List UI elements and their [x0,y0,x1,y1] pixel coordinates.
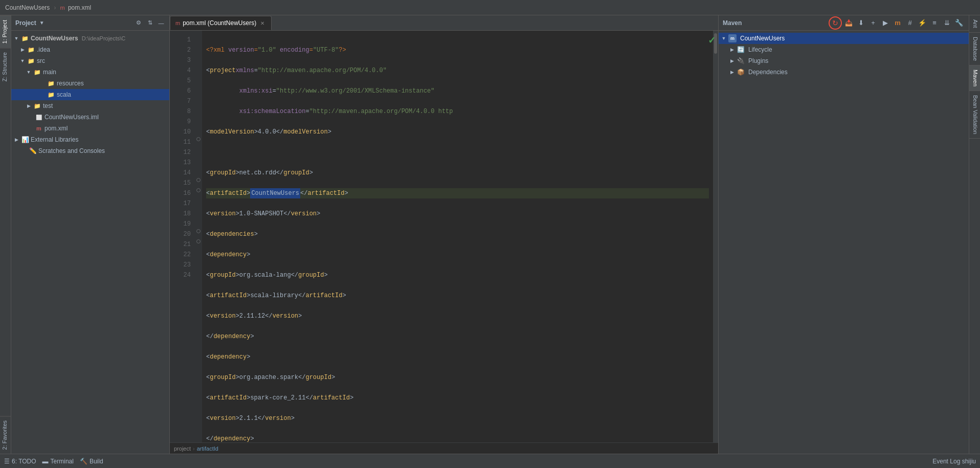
sidebar-item-database[interactable]: Database [969,33,980,65]
todo-icon: ☰ [4,458,10,465]
maven-run-btn[interactable]: ▶ [880,17,891,29]
fold-marker-15[interactable] [196,178,201,182]
build-label: Build [90,458,103,465]
project-panel-settings-btn[interactable]: ⚙ [135,19,143,27]
tree-item-idea[interactable]: 📁 .idea [11,44,169,55]
tree-label-ext-libs: External Libraries [31,136,78,143]
maven-lightning-btn[interactable]: ⚡ [917,17,928,29]
maven-arrow-lifecycle [729,47,735,53]
tree-label-test: test [43,102,53,109]
maven-header: Maven ↻ 📥 ⬇ + ▶ m # ⚡ ≡ ⇊ 🔧 [719,15,969,31]
tree-item-pom[interactable]: m pom.xml [11,123,169,134]
folder-icon-idea: 📁 [27,46,35,54]
maven-toolbar: ↻ 📥 ⬇ + ▶ m # ⚡ ≡ ⇊ 🔧 [829,16,965,30]
maven-project-icon: m [728,34,737,42]
maven-settings-btn[interactable]: 🔧 [953,17,965,29]
code-editor[interactable]: <?xml version="1.0" encoding="UTF-8"?> <… [202,31,713,442]
title-bar: CountNewUsers › m pom.xml [0,0,980,15]
code-line-3: xmlns:xsi="http://www.w3.org/2001/XMLSch… [206,86,709,96]
maven-refresh-btn[interactable]: ↻ [829,16,842,30]
project-panel-layout-btn[interactable]: ⇅ [146,19,154,27]
sidebar-item-maven[interactable]: Maven [969,65,980,91]
status-right: Event Log shijiu [932,458,976,465]
tree-item-iml[interactable]: ⬜ CountNewUsers.iml [11,112,169,123]
tree-label-root-path: D:\ideaProjects\C [82,35,126,41]
tree-label-src: src [37,57,45,64]
editor-content: 1 2 3 4 5 6 7 8 9 10 11 12 13 14 15 16 1… [170,31,718,442]
breadcrumb-sep-1: › [193,445,195,452]
maven-arrow-deps [729,69,735,75]
tree-item-test[interactable]: 📁 test [11,100,169,112]
tree-item-resources[interactable]: 📁 resources [11,78,169,89]
maven-item-lifecycle[interactable]: 🔄 Lifecycle [719,44,969,55]
tree-label-scala: scala [57,91,71,98]
build-icon: 🔨 [80,458,87,465]
maven-item-root[interactable]: m CountNewUsers [719,33,969,44]
code-line-5: <modelVersion>4.0.0</modelVersion> [206,127,709,137]
code-line-15: </dependency> [206,331,709,342]
tree-item-scala[interactable]: 📁 scala [11,89,169,100]
code-line-19: <version>2.1.1</version> [206,413,709,424]
tree-arrow-pom [19,125,26,131]
maven-panel: Maven ↻ 📥 ⬇ + ▶ m # ⚡ ≡ ⇊ 🔧 m [718,15,969,454]
event-log-label[interactable]: Event Log shijiu [932,458,976,465]
folder-icon-resources: 📁 [47,79,55,87]
project-panel-minimize-btn[interactable]: — [157,19,165,27]
tab-pom-xml[interactable]: m pom.xml (CountNewUsers) ✕ [170,16,272,30]
tree-arrow-test [26,103,32,109]
maven-reimport-btn[interactable]: 📥 [843,17,854,29]
fold-marker-11[interactable] [196,137,201,141]
status-left: ☰ 6: TODO ▬ Terminal 🔨 Build [4,458,103,465]
project-panel-title: Project [15,19,36,27]
maven-execute-btn[interactable]: m [892,17,903,29]
maven-arrow-plugins [729,58,735,64]
lifecycle-icon: 🔄 [737,46,745,54]
breadcrumb-artifact-id[interactable]: artifactId [197,445,218,452]
project-panel-header: Project ▼ ⚙ ⇅ — [11,15,169,31]
maven-columns-btn[interactable]: ≡ [929,17,940,29]
maven-add-btn[interactable]: + [867,17,879,29]
maven-toggle1-btn[interactable]: # [904,17,916,29]
status-terminal[interactable]: ▬ Terminal [42,458,74,465]
maven-collapse-btn[interactable]: ⇊ [941,17,952,29]
tree-item-ext-libs[interactable]: 📊 External Libraries [11,134,169,145]
maven-item-plugins[interactable]: 🔌 Plugins [719,55,969,66]
breadcrumb-project[interactable]: project [174,445,191,452]
tree-label-idea: .idea [37,46,50,53]
tree-arrow-idea [19,47,26,53]
maven-download-btn[interactable]: ⬇ [855,17,866,29]
main-area: 1: Project Z: Structure 2: Favorites Pro… [0,15,980,454]
sidebar-item-bean-validation[interactable]: Bean Validation [969,91,980,139]
code-line-18: <artifactId>spark-core_2.11</artifactId> [206,393,709,403]
fold-marker-20[interactable] [196,229,201,233]
folder-icon-src: 📁 [27,57,35,65]
tree-arrow-scratches [13,148,19,154]
sidebar-item-favorites[interactable]: 2: Favorites [0,416,11,454]
file-valid-checkmark: ✓ [708,35,716,46]
tree-arrow-main [26,69,32,75]
fold-marker-21[interactable] [196,239,201,243]
tree-item-scratches[interactable]: ✏️ Scratches and Consoles [11,145,169,157]
tree-item-root[interactable]: 📁 CountNewUsers D:\ideaProjects\C [11,33,169,44]
tree-item-src[interactable]: 📁 src [11,55,169,66]
editor-scrollbar[interactable] [713,31,718,442]
tree-label-resources: resources [57,80,84,87]
sidebar-item-structure[interactable]: Z: Structure [0,48,11,85]
status-todo[interactable]: ☰ 6: TODO [4,458,36,465]
folder-icon-main: 📁 [33,68,41,76]
tab-close-btn[interactable]: ✕ [259,20,266,27]
folder-icon-scala: 📁 [47,91,55,99]
sidebar-item-project[interactable]: 1: Project [0,15,11,48]
project-dropdown-icon[interactable]: ▼ [39,20,44,26]
tree-arrow-src [19,58,26,64]
sidebar-item-ant[interactable]: Ant [969,15,980,33]
status-build[interactable]: 🔨 Build [80,458,103,465]
status-bar: ☰ 6: TODO ▬ Terminal 🔨 Build Event Log s… [0,454,980,468]
left-side-tabs: 1: Project Z: Structure 2: Favorites [0,15,11,454]
maven-item-dependencies[interactable]: 📦 Dependencies [719,66,969,78]
tree-item-main[interactable]: 📁 main [11,66,169,78]
fold-marker-16[interactable] [196,188,201,192]
code-line-14: <version>2.11.12</version> [206,311,709,321]
tree-arrow-iml [19,114,26,120]
code-line-7: <groupId>net.cb.rdd</groupId> [206,168,709,178]
